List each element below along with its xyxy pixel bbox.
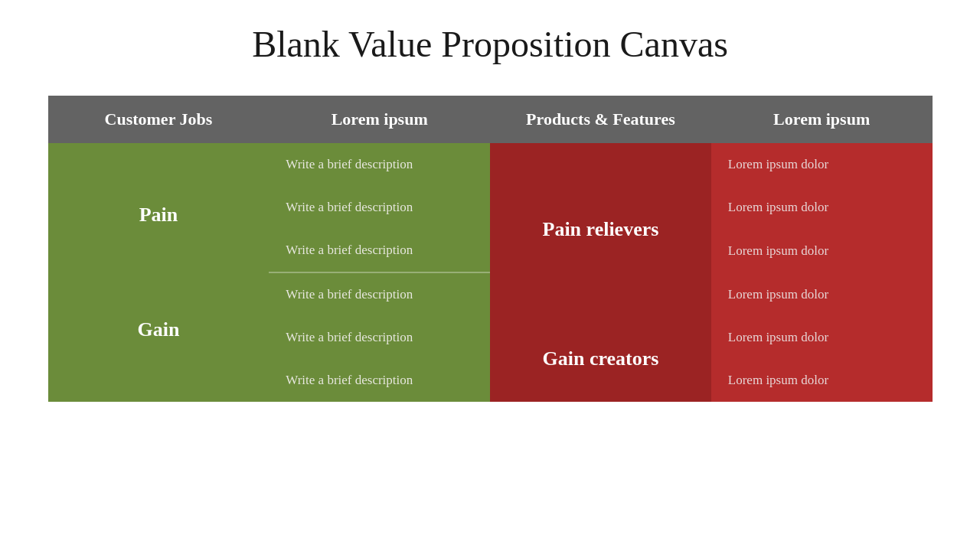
pain-label: Pain [48,204,270,227]
pain-relievers-cell: Pain relievers [490,143,711,316]
gain-label: Gain [48,318,270,341]
green-text-4: Write a brief description [269,272,490,316]
red-text-6: Lorem ipsum dolor [711,359,933,402]
table-row: Pain Gain Write a brief description Pain… [48,143,933,186]
green-text-5: Write a brief description [269,316,490,359]
red-text-3: Lorem ipsum dolor [711,229,933,272]
green-text-3: Write a brief description [269,229,490,272]
red-text-4: Lorem ipsum dolor [711,272,933,316]
red-text-1: Lorem ipsum dolor [711,143,933,186]
header-lorem2: Lorem ipsum [711,96,933,143]
header-row: Customer Jobs Lorem ipsum Products & Fea… [48,96,933,143]
page-title: Blank Value Proposition Canvas [252,23,728,65]
header-products-features: Products & Features [490,96,711,143]
header-customer-jobs: Customer Jobs [48,96,270,143]
customer-jobs-cell: Pain Gain [48,143,270,402]
canvas-table: Customer Jobs Lorem ipsum Products & Fea… [48,96,933,402]
green-text-1: Write a brief description [269,143,490,186]
green-text-6: Write a brief description [269,359,490,402]
red-text-2: Lorem ipsum dolor [711,186,933,229]
red-text-5: Lorem ipsum dolor [711,316,933,359]
green-text-2: Write a brief description [269,186,490,229]
header-lorem1: Lorem ipsum [269,96,490,143]
gain-creators-cell: Gain creators [490,316,711,402]
